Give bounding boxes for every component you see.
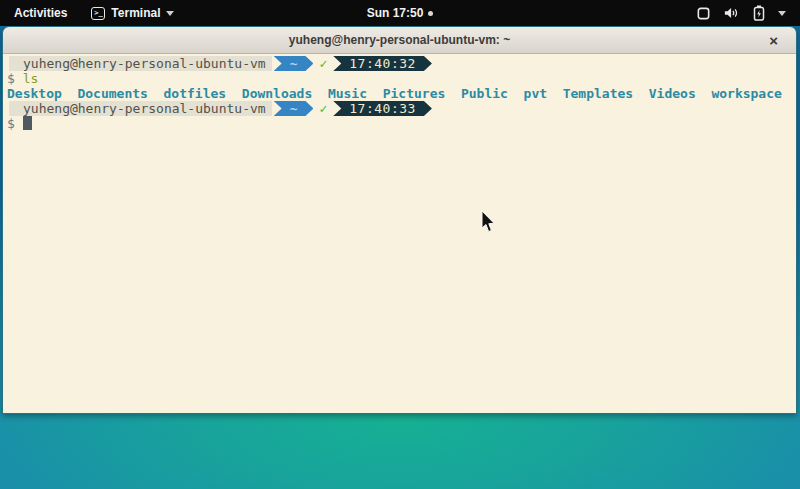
gnome-top-bar: Activities >_ Terminal Sun 17:50 bbox=[0, 0, 800, 26]
prompt-status-check: ✓ bbox=[313, 101, 333, 116]
window-titlebar[interactable]: yuheng@henry-personal-ubuntu-vm: ~ × bbox=[3, 27, 796, 54]
volume-icon bbox=[724, 6, 740, 20]
prompt-time: 17:40:32 bbox=[333, 56, 432, 71]
app-menu-label: Terminal bbox=[111, 6, 160, 20]
system-status-area[interactable] bbox=[682, 0, 800, 26]
prompt-status-check: ✓ bbox=[313, 56, 333, 71]
command-line-2: $ bbox=[7, 116, 792, 131]
activities-label: Activities bbox=[14, 6, 67, 20]
window-title: yuheng@henry-personal-ubuntu-vm: ~ bbox=[289, 33, 510, 47]
prompt-cwd: ~ bbox=[274, 101, 314, 116]
prompt-line-2: yuheng@henry-personal-ubuntu-vm ~ ✓ 17:4… bbox=[7, 101, 792, 116]
terminal-window: yuheng@henry-personal-ubuntu-vm: ~ × yuh… bbox=[2, 26, 797, 414]
shell-prompt-sign: $ bbox=[7, 116, 15, 131]
command-line-1: $ ls bbox=[7, 71, 792, 86]
notification-dot-icon bbox=[428, 11, 433, 16]
prompt-user: yuheng@henry-personal-ubuntu-vm bbox=[9, 56, 272, 71]
screen-icon bbox=[696, 6, 711, 21]
typed-command: ls bbox=[23, 71, 39, 86]
shell-prompt-sign: $ bbox=[7, 71, 15, 86]
terminal-screen[interactable]: yuheng@henry-personal-ubuntu-vm ~ ✓ 17:4… bbox=[3, 54, 796, 413]
ls-output: Desktop Documents dotfiles Downloads Mus… bbox=[7, 86, 792, 101]
prompt-user: yuheng@henry-personal-ubuntu-vm bbox=[9, 101, 272, 116]
prompt-time: 17:40:33 bbox=[333, 101, 432, 116]
system-menu-chevron-icon bbox=[778, 11, 786, 16]
prompt-line-1: yuheng@henry-personal-ubuntu-vm ~ ✓ 17:4… bbox=[7, 56, 792, 71]
prompt-cwd: ~ bbox=[274, 56, 314, 71]
mouse-cursor bbox=[481, 211, 496, 233]
battery-charging-icon bbox=[753, 5, 765, 21]
terminal-app-icon: >_ bbox=[91, 7, 105, 20]
terminal-cursor bbox=[23, 116, 32, 130]
clock[interactable]: Sun 17:50 bbox=[367, 6, 424, 20]
app-menu-terminal[interactable]: >_ Terminal bbox=[81, 0, 184, 26]
chevron-down-icon bbox=[166, 11, 174, 16]
activities-button[interactable]: Activities bbox=[0, 0, 81, 26]
close-button[interactable]: × bbox=[765, 27, 782, 53]
